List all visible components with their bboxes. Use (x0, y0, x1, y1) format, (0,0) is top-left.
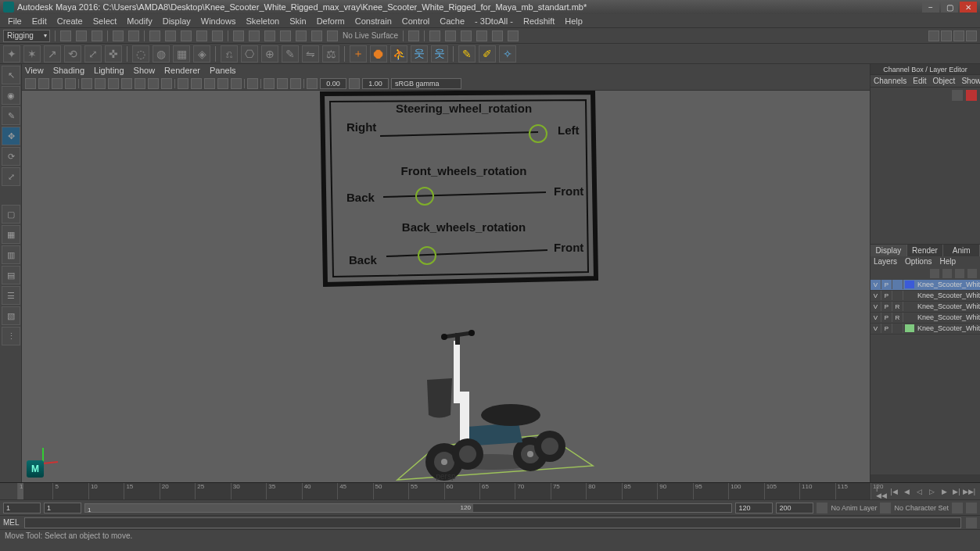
redo-icon[interactable] (128, 30, 139, 41)
layer-up-icon[interactable] (930, 269, 939, 278)
vp-textured-icon[interactable] (204, 78, 215, 89)
shelf-weight-icon[interactable]: ⚖ (322, 45, 339, 63)
scale-tool-button[interactable]: ⤢ (2, 167, 20, 186)
layout-four-button[interactable]: ▦ (2, 225, 20, 244)
layer-row[interactable]: V P Knee_Scooter_White_F (871, 280, 980, 291)
shelf-constrain-icon[interactable]: ⊕ (261, 45, 278, 63)
shelf-human-icon[interactable]: ⛹ (390, 45, 407, 63)
shelf-brush-icon[interactable]: ✐ (479, 45, 496, 63)
vp-safe-action-icon[interactable] (148, 78, 159, 89)
menu-control[interactable]: Control (397, 16, 434, 27)
step-back-button[interactable]: |◀ (888, 486, 899, 497)
vp-isolate-icon[interactable] (247, 78, 258, 89)
new-scene-icon[interactable] (60, 30, 71, 41)
snap-live-icon[interactable] (296, 30, 307, 41)
layout-custom-button[interactable]: ⋮ (2, 327, 20, 345)
vp-field-chart-icon[interactable] (135, 78, 145, 89)
menu-3dtoall[interactable]: - 3DtoAll - (470, 16, 518, 27)
pane-layout1-icon[interactable] (928, 30, 939, 41)
hypershade-icon[interactable] (476, 30, 487, 41)
lasso-tool-button[interactable]: ◉ (2, 86, 20, 105)
play-fwd-button[interactable]: ▷ (926, 486, 937, 497)
vp-menu-view[interactable]: View (25, 66, 44, 75)
layout-three-button[interactable]: ▤ (2, 266, 20, 284)
vp-xray-icon[interactable] (264, 78, 275, 89)
save-scene-icon[interactable] (92, 30, 102, 41)
shelf-joint-icon[interactable]: ◌ (132, 45, 149, 63)
select-mask-icon[interactable] (181, 30, 192, 41)
vp-menu-panels[interactable]: Panels (210, 66, 236, 75)
menu-cache[interactable]: Cache (435, 16, 469, 27)
shelf-paint2-icon[interactable]: ✎ (458, 45, 476, 63)
shelf-humanik2-icon[interactable]: 웃 (431, 45, 448, 63)
next-key-button[interactable]: ▶ (939, 486, 949, 497)
shelf-handle-icon[interactable]: ⎔ (241, 45, 258, 63)
vp-menu-lighting[interactable]: Lighting (94, 66, 124, 75)
rp-edit-menu[interactable]: Edit (913, 77, 926, 85)
menu-help[interactable]: Help (560, 16, 587, 27)
script-editor-icon[interactable] (966, 517, 977, 528)
vp-gate-mask-icon[interactable] (121, 78, 132, 89)
shelf-cluster-icon[interactable]: ◈ (193, 45, 210, 63)
shelf-humanik-icon[interactable]: 웃 (411, 45, 428, 63)
render-view-icon[interactable] (492, 30, 503, 41)
vp-menu-shading[interactable]: Shading (53, 66, 84, 75)
ipr-icon[interactable] (445, 30, 456, 41)
layer-new-icon[interactable] (955, 269, 964, 278)
vp-xray-comp-icon[interactable] (290, 78, 301, 89)
layer-color-swatch[interactable] (905, 324, 914, 332)
menu-skin[interactable]: Skin (285, 16, 311, 27)
undo-icon[interactable] (113, 30, 124, 41)
menu-windows[interactable]: Windows (196, 16, 241, 27)
shelf-tool3-icon[interactable]: ↗ (44, 45, 61, 63)
layer-color-swatch[interactable] (905, 302, 914, 310)
menu-skeleton[interactable]: Skeleton (241, 16, 284, 27)
maximize-button[interactable]: ▢ (941, 2, 958, 13)
minimize-button[interactable]: − (922, 2, 939, 13)
go-end-button[interactable]: ▶▶| (964, 486, 975, 497)
layers-help-menu[interactable]: Help (939, 257, 956, 266)
rotate-tool-button[interactable]: ⟳ (2, 147, 20, 166)
construction-history-icon[interactable] (408, 30, 419, 41)
vp-light-icon[interactable] (217, 78, 228, 89)
vp-lock-cam-icon[interactable] (38, 78, 49, 89)
select-mask3-icon[interactable] (212, 30, 223, 41)
select-mode-icon[interactable] (165, 30, 176, 41)
autokey-icon[interactable] (952, 503, 963, 513)
range-start-outer[interactable]: 1 (3, 503, 41, 513)
range-track[interactable]: 1120 (84, 503, 732, 513)
prev-key-button[interactable]: ◀ (901, 486, 912, 497)
layout-single-button[interactable]: ▢ (2, 205, 20, 224)
rp-show-menu[interactable]: Show (961, 77, 980, 85)
rp-icon2[interactable] (966, 90, 977, 101)
vp-film-gate-icon[interactable] (95, 78, 106, 89)
prefs-icon[interactable] (966, 503, 977, 513)
anim-layer-label[interactable]: No Anim Layer (831, 504, 877, 512)
paint-select-button[interactable]: ✎ (2, 106, 20, 125)
vp-xray-joint-icon[interactable] (277, 78, 288, 89)
layer-row[interactable]: V P Knee_Scooter_White_F (871, 324, 980, 335)
vp-shaded-icon[interactable] (191, 78, 202, 89)
vp-select-cam-icon[interactable] (25, 78, 36, 89)
shelf-skin-icon[interactable]: ◍ (153, 45, 170, 63)
layer-color-swatch[interactable] (905, 313, 914, 321)
layer-down-icon[interactable] (942, 269, 952, 278)
shelf-tool2-icon[interactable]: ✶ (23, 45, 41, 63)
vp-gamma-field[interactable]: 1.00 (362, 78, 389, 89)
vp-menu-renderer[interactable]: Renderer (164, 66, 200, 75)
layer-tab-anim[interactable]: Anim (943, 245, 980, 256)
vp-gamma-icon[interactable] (349, 78, 360, 89)
layer-row[interactable]: V P Knee_Scooter_White_F (871, 291, 980, 302)
shelf-plus-icon[interactable]: ＋ (350, 45, 367, 63)
shelf-tool4-icon[interactable]: ⟲ (64, 45, 81, 63)
menu-display[interactable]: Display (158, 16, 196, 27)
snap-magnet-icon[interactable] (311, 30, 322, 41)
vp-safe-title-icon[interactable] (161, 78, 172, 89)
rp-object-menu[interactable]: Object (933, 77, 956, 85)
rp-icon1[interactable] (952, 90, 963, 101)
rp-channels-menu[interactable]: Channels (874, 77, 906, 85)
menu-edit[interactable]: Edit (27, 16, 52, 27)
range-start-inner[interactable]: 1 (44, 503, 81, 513)
layers-options-menu[interactable]: Options (905, 257, 932, 266)
menu-constrain[interactable]: Constrain (350, 16, 397, 27)
